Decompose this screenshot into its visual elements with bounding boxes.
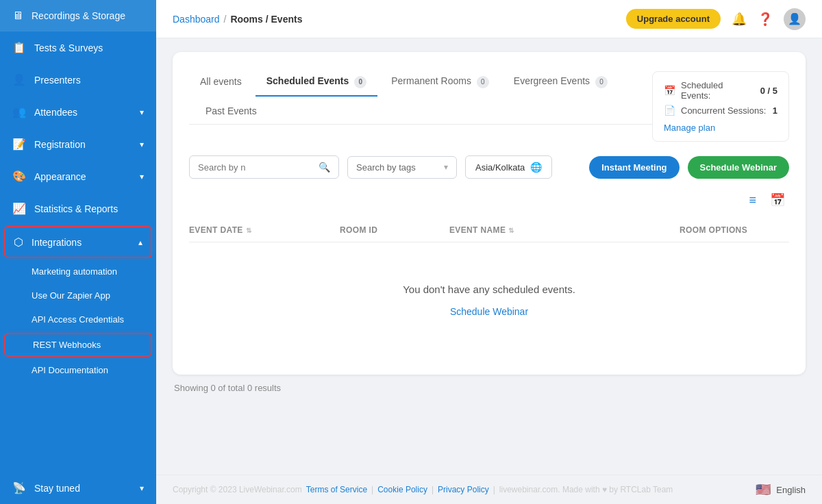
view-toggle: ≡ 📅 [189,190,789,210]
tab-past-events[interactable]: Past Events [195,99,268,125]
sidebar-sub-label: API Documentation [32,365,108,375]
sidebar-item-presenters[interactable]: 👤 Presenters [0,64,156,96]
sidebar-item-label: Recordings & Storage [32,10,125,21]
globe-icon: 🌐 [530,162,542,173]
privacy-link[interactable]: Privacy Policy [438,485,489,494]
footer-inner: Copyright © 2023 LiveWebinar.com Terms o… [173,482,806,497]
made-with-text: livewebinar.com. Made with ♥ by RTCLab T… [499,485,673,494]
sidebar-item-label: Registration [34,139,86,150]
sidebar-sub-label: Marketing automation [32,266,117,277]
schedule-webinar-button[interactable]: Schedule Webinar [688,156,789,179]
sidebar-sub-rest-webhooks[interactable]: REST Webhooks [4,333,152,357]
tab-scheduled-events[interactable]: Scheduled Events 0 [256,68,377,97]
tab-permanent-rooms[interactable]: Permanent Rooms 0 [380,68,500,97]
search-icon: 🔍 [319,162,330,173]
avatar[interactable]: 👤 [784,8,806,30]
sidebar-item-staytuned[interactable]: 📡 Stay tuned ▾ [0,472,156,504]
sessions-icon: 📄 [664,105,675,116]
sort-icon: ⇅ [246,227,251,234]
search-name-field[interactable] [198,162,313,173]
tab-all-events[interactable]: All events [189,69,253,95]
sidebar-sub-label: REST Webhooks [33,340,101,350]
empty-state-text: You don't have any scheduled events. [403,284,575,295]
recordings-icon: 🖥 [12,10,23,22]
calendar-view-button[interactable]: 📅 [766,190,789,210]
separator: | [371,485,373,494]
footer-right: 🇺🇸 English [756,482,806,497]
tabs: All events Scheduled Events 0 Permanent … [189,68,652,125]
attendees-icon: 👥 [12,105,26,118]
tags-placeholder: Search by tags [356,162,416,173]
sidebar-item-label: Statistics & Reports [34,203,118,214]
calendar-icon: 📅 [664,85,675,96]
table-header: Event Date ⇅ Room ID Event Name ⇅ Room O… [189,218,789,242]
chevron-down-icon: ▾ [140,483,144,493]
cookie-link[interactable]: Cookie Policy [377,485,427,494]
bell-icon[interactable]: 🔔 [732,12,747,27]
sidebar-item-label: Stay tuned [34,483,80,494]
info-scheduled-row: 📅 Scheduled Events: 0 / 5 [664,80,777,101]
col-event-date[interactable]: Event Date ⇅ [189,225,340,235]
scheduled-events-label: Scheduled Events: [681,80,755,101]
sidebar-sub-marketing[interactable]: Marketing automation [0,260,156,284]
concurrent-label: Concurrent Sessions: [681,105,767,116]
appearance-icon: 🎨 [12,170,26,183]
main-content: Dashboard / Rooms / Events Upgrade accou… [156,0,822,504]
sidebar-item-tests[interactable]: 📋 Tests & Surveys [0,32,156,64]
timezone-selector[interactable]: Asia/Kolkata 🌐 [465,155,552,179]
sidebar-sub-zapier[interactable]: Use Our Zapier App [0,284,156,307]
separator: | [432,485,434,494]
tests-icon: 📋 [12,41,26,54]
evergreen-badge: 0 [595,76,608,88]
breadcrumb-home[interactable]: Dashboard [173,14,220,25]
sidebar-item-appearance[interactable]: 🎨 Appearance ▾ [0,160,156,192]
upgrade-account-button[interactable]: Upgrade account [626,9,721,29]
instant-meeting-button[interactable]: Instant Meeting [589,156,679,179]
search-by-name-input[interactable]: 🔍 [189,155,339,179]
chevron-up-icon: ▴ [138,238,142,247]
breadcrumb-current: Rooms / Events [230,14,302,25]
statistics-icon: 📈 [12,202,26,215]
timezone-value: Asia/Kolkata [475,162,525,173]
list-view-button[interactable]: ≡ [745,190,760,210]
staytuned-icon: 📡 [12,481,26,494]
info-concurrent-row: 📄 Concurrent Sessions: 1 [664,105,777,116]
sidebar-item-recordings[interactable]: 🖥 Recordings & Storage [0,0,156,32]
terms-link[interactable]: Terms of Service [306,485,367,494]
manage-plan-link[interactable]: Manage plan [664,123,715,133]
col-event-name[interactable]: Event Name ⇅ [449,225,680,235]
footer-links: Copyright © 2023 LiveWebinar.com Terms o… [173,485,673,494]
events-card: All events Scheduled Events 0 Permanent … [173,52,806,375]
filters-row: 🔍 Search by tags ▾ Asia/Kolkata 🌐 Instan… [189,155,789,179]
sidebar-item-attendees[interactable]: 👥 Attendees ▾ [0,96,156,128]
chevron-down-icon: ▾ [444,162,448,172]
sidebar-sub-api-credentials[interactable]: API Access Credentials [0,307,156,331]
sidebar-sub-api-docs[interactable]: API Documentation [0,358,156,382]
copyright-text: Copyright © 2023 LiveWebinar.com [173,485,302,494]
chevron-down-icon: ▾ [140,108,144,117]
empty-state: You don't have any scheduled events. Sch… [189,242,789,358]
sidebar-item-label: Tests & Surveys [34,42,103,53]
sidebar-item-label: Integrations [32,237,82,248]
tags-dropdown[interactable]: Search by tags ▾ [347,156,457,179]
sidebar-item-statistics[interactable]: 📈 Statistics & Reports [0,192,156,225]
permanent-badge: 0 [477,76,489,88]
concurrent-value: 1 [773,105,777,116]
chevron-down-icon: ▾ [140,172,144,181]
results-count: Showing 0 of total 0 results [173,383,806,393]
sidebar-item-registration[interactable]: 📝 Registration ▾ [0,128,156,160]
breadcrumb: Dashboard / Rooms / Events [173,14,302,25]
chevron-down-icon: ▾ [140,140,144,149]
sort-icon: ⇅ [508,227,514,234]
empty-state-schedule-link[interactable]: Schedule Webinar [450,306,528,317]
help-icon[interactable]: ❓ [758,12,773,27]
language-label[interactable]: English [776,485,806,495]
footer: Copyright © 2023 LiveWebinar.com Terms o… [156,475,822,504]
separator: | [493,485,495,494]
sidebar-sub-label: API Access Credentials [32,314,124,325]
tab-evergreen-events[interactable]: Evergreen Events 0 [503,68,619,97]
sidebar-item-integrations[interactable]: ⬡ Integrations ▴ [4,226,152,258]
registration-icon: 📝 [12,138,26,151]
scheduled-badge: 0 [354,76,366,88]
breadcrumb-separator: / [224,14,227,25]
